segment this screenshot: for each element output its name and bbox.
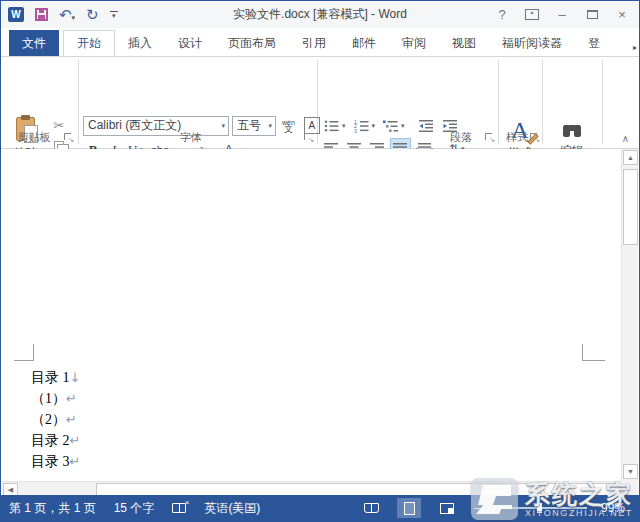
- doc-line[interactable]: 目录 1↓: [31, 367, 80, 388]
- scroll-left-icon: ◀: [8, 486, 13, 494]
- proofing-status-icon[interactable]: ×: [172, 503, 186, 513]
- paragraph-dialog-launcher[interactable]: ↘: [484, 132, 494, 142]
- scroll-down-button[interactable]: ▼: [623, 464, 638, 479]
- page-number-indicator[interactable]: 第 1 页，共 1 页: [9, 500, 96, 517]
- tab-sign-in[interactable]: 登: [575, 31, 613, 56]
- zoom-slider[interactable]: [495, 503, 587, 513]
- customize-qat-button[interactable]: ▾: [110, 11, 118, 18]
- ribbon-tab-row: 文件 开始 插入 设计 页面布局 引用 邮件 审阅 视图 福昕阅读器 登 ▸: [1, 28, 639, 56]
- scroll-up-icon: ▲: [627, 154, 634, 161]
- tab-design[interactable]: 设计: [165, 31, 215, 56]
- paragraph-group-label: 段落: [431, 130, 491, 145]
- undo-button[interactable]: ↶▾: [59, 7, 75, 23]
- paragraph-mark: ↵: [66, 412, 77, 427]
- line-break-mark: ↓: [70, 370, 81, 385]
- tab-home[interactable]: 开始: [63, 30, 115, 56]
- quick-access-toolbar: W ↶▾ ↻ ▾: [1, 7, 118, 23]
- paragraph-mark: ↵: [70, 433, 81, 448]
- word-count-indicator[interactable]: 15 个字: [114, 500, 155, 517]
- font-size-dropdown-icon[interactable]: ▾: [268, 122, 272, 130]
- close-button[interactable]: ×: [611, 5, 633, 25]
- status-bar: 第 1 页，共 1 页 15 个字 × 英语(美国) − 99%: [1, 495, 639, 521]
- read-mode-button[interactable]: [359, 498, 383, 518]
- language-indicator[interactable]: 英语(美国): [204, 500, 260, 517]
- ribbon-display-options-icon: ▴: [525, 9, 539, 20]
- collapse-ribbon-icon[interactable]: ∧: [622, 133, 629, 144]
- zoom-level-indicator[interactable]: 99%: [601, 501, 625, 515]
- word-window: W ↶▾ ↻ ▾ 实验文件.docx [兼容模式] - Word ? ▴ – ×…: [0, 0, 640, 522]
- tab-references[interactable]: 引用: [289, 31, 339, 56]
- tab-file[interactable]: 文件: [9, 30, 59, 56]
- font-name-dropdown-icon[interactable]: ▾: [221, 122, 225, 130]
- tab-mailings[interactable]: 邮件: [339, 31, 389, 56]
- undo-dropdown-icon[interactable]: ▾: [72, 14, 76, 21]
- numbering-dropdown-icon[interactable]: ▾: [372, 122, 376, 130]
- doc-line[interactable]: 目录 3↵: [31, 451, 80, 472]
- clipboard-dialog-launcher[interactable]: ↘: [63, 132, 73, 142]
- tab-overflow-arrow-icon[interactable]: ▸: [633, 43, 637, 52]
- customize-qat-arrow-icon: ▾: [112, 14, 116, 18]
- save-icon[interactable]: [35, 8, 48, 21]
- minimize-button[interactable]: –: [551, 5, 573, 25]
- tab-review[interactable]: 审阅: [389, 31, 439, 56]
- tab-foxit-reader[interactable]: 福昕阅读器: [489, 31, 575, 56]
- bullets-dropdown-icon[interactable]: ▾: [342, 122, 346, 130]
- vertical-scrollbar[interactable]: ▲ ▼: [621, 149, 638, 496]
- web-layout-button[interactable]: [435, 498, 459, 518]
- scroll-down-icon: ▼: [627, 468, 634, 475]
- paragraph-mark: ↵: [70, 454, 81, 469]
- maximize-icon: [587, 10, 598, 19]
- margin-crop-mark-left: [14, 344, 34, 361]
- multilevel-dropdown-icon[interactable]: ▾: [401, 122, 405, 130]
- zoom-out-button[interactable]: −: [473, 501, 481, 516]
- paragraph-mark: ↵: [66, 391, 77, 406]
- print-layout-button[interactable]: [397, 498, 421, 518]
- doc-line[interactable]: （1）↵: [31, 388, 77, 409]
- web-layout-icon: [440, 503, 454, 514]
- word-logo-icon[interactable]: W: [8, 7, 24, 22]
- zoom-slider-thumb[interactable]: [537, 503, 542, 513]
- styles-dialog-launcher[interactable]: ↘: [529, 132, 539, 142]
- title-bar: W ↶▾ ↻ ▾ 实验文件.docx [兼容模式] - Word ? ▴ – ×: [1, 1, 639, 28]
- scroll-up-button[interactable]: ▲: [623, 150, 638, 165]
- undo-icon: ↶: [59, 6, 72, 23]
- redo-icon[interactable]: ↻: [86, 7, 99, 22]
- doc-line[interactable]: （2）↵: [31, 409, 77, 430]
- ribbon-display-options-button[interactable]: ▴: [521, 5, 543, 25]
- help-button[interactable]: ?: [491, 5, 513, 25]
- document-canvas[interactable]: 目录 1↓ （1）↵ （2）↵ 目录 2↵ 目录 3↵: [2, 149, 623, 481]
- font-dialog-launcher[interactable]: ↘: [303, 132, 313, 142]
- font-group-label: 字体: [161, 130, 221, 145]
- vertical-scrollbar-thumb[interactable]: [623, 169, 638, 245]
- ribbon: 粘贴 ▾ ✂ Calibri (西文正文)▾ 五号▾ wén文 A B I U▾…: [1, 56, 639, 149]
- tab-view[interactable]: 视图: [439, 31, 489, 56]
- print-layout-icon: [404, 502, 415, 515]
- window-controls: ? ▴ – ×: [491, 1, 633, 28]
- clipboard-group-label: 剪贴板: [3, 130, 65, 145]
- group-label-row: 剪贴板 ↘ 字体 ↘ 段落 ↘ 样式 ↘: [1, 130, 639, 148]
- tab-insert[interactable]: 插入: [115, 31, 165, 56]
- doc-line[interactable]: 目录 2↵: [31, 430, 80, 451]
- tab-page-layout[interactable]: 页面布局: [215, 31, 289, 56]
- maximize-button[interactable]: [581, 5, 603, 25]
- read-mode-icon: [364, 503, 379, 513]
- margin-crop-mark-right: [582, 344, 605, 361]
